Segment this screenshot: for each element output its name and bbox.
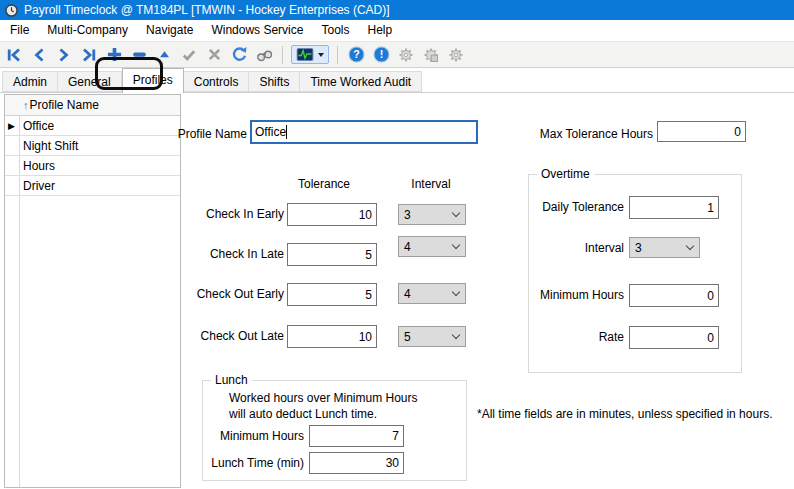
check-in-early-interval-select[interactable]: 3 (398, 204, 466, 225)
service-install-button[interactable] (396, 44, 416, 66)
check-out-early-interval-value: 4 (404, 287, 411, 301)
plus-icon (106, 46, 123, 63)
max-tolerance-hours-label: Max Tolerance Hours (540, 127, 653, 141)
binoculars-icon (256, 46, 273, 63)
lunch-time-input[interactable]: 30 (309, 452, 404, 474)
overtime-interval-label: Interval (585, 241, 624, 255)
svg-text:?: ? (353, 48, 359, 60)
overtime-group-title: Overtime (537, 167, 594, 181)
overtime-minimum-hours-input[interactable]: 0 (629, 284, 719, 307)
check-in-early-tolerance-input[interactable]: 10 (287, 203, 377, 226)
lunch-group: Lunch Worked hours over Minimum Hours wi… (202, 380, 467, 481)
nav-last-button[interactable] (79, 44, 99, 66)
check-out-late-tolerance-input[interactable]: 10 (287, 325, 377, 348)
profile-row-hours[interactable]: Hours (5, 156, 180, 176)
chevron-down-icon (452, 241, 460, 249)
tolerance-column-header: Tolerance (272, 177, 376, 191)
info-icon: ! (373, 46, 390, 63)
max-tolerance-hours-value: 0 (734, 125, 741, 139)
check-out-late-interval-select[interactable]: 5 (398, 326, 466, 347)
caret-down-icon[interactable] (318, 53, 324, 57)
check-out-early-label: Check Out Early (197, 287, 284, 301)
help-button[interactable]: ? (346, 44, 366, 66)
overtime-rate-label: Rate (599, 330, 624, 344)
lunch-minimum-hours-label: Minimum Hours (220, 429, 304, 443)
profile-list-panel: ↑ Profile Name ▶ Office Night Shift Hour… (4, 94, 181, 488)
nav-next-button[interactable] (54, 44, 74, 66)
service-monitor-button[interactable] (291, 45, 329, 64)
toolbar: ? ! (0, 41, 794, 68)
nav-first-button[interactable] (4, 44, 24, 66)
check-out-early-tolerance-input[interactable]: 5 (287, 283, 377, 306)
check-out-late-interval-value: 5 (404, 330, 411, 344)
menu-item-help[interactable]: Help (358, 20, 401, 41)
lunch-time-label: Lunch Time (min) (211, 456, 304, 470)
tab-shifts[interactable]: Shifts (249, 71, 300, 92)
check-in-late-tolerance-input[interactable]: 5 (287, 243, 377, 266)
profile-name-label: Profile Name (178, 127, 247, 141)
tab-general[interactable]: General (58, 71, 122, 92)
lunch-minimum-hours-input[interactable]: 7 (309, 425, 404, 447)
tab-admin[interactable]: Admin (2, 71, 58, 92)
daily-tolerance-value: 1 (707, 201, 714, 215)
delete-record-button[interactable] (129, 44, 149, 66)
profile-name-input[interactable]: Office (250, 120, 478, 144)
overtime-group: Overtime Daily Tolerance 1 Interval 3 Mi… (528, 174, 742, 373)
profile-row-office[interactable]: ▶ Office (5, 116, 180, 136)
check-out-late-label: Check Out Late (201, 329, 284, 343)
app-window: Payroll Timeclock @ TM184PL [TMWIN - Hoc… (0, 0, 794, 489)
post-edit-button[interactable] (179, 44, 199, 66)
profile-row-label: Hours (23, 159, 55, 173)
service-stop-button[interactable] (421, 44, 441, 66)
profile-row-night-shift[interactable]: Night Shift (5, 136, 180, 156)
menu-item-multi-company[interactable]: Multi-Company (38, 20, 137, 41)
about-button[interactable]: ! (371, 44, 391, 66)
x-icon (207, 47, 222, 62)
nav-previous-button[interactable] (29, 44, 49, 66)
overtime-interval-value: 3 (635, 241, 642, 255)
profile-list-header-label: Profile Name (30, 98, 99, 112)
collapse-button[interactable] (154, 44, 174, 66)
find-button[interactable] (254, 44, 274, 66)
max-tolerance-hours-input[interactable]: 0 (657, 121, 746, 142)
tab-profiles[interactable]: Profiles (122, 68, 184, 93)
check-in-late-interval-select[interactable]: 4 (398, 236, 466, 257)
menu-bar: File Multi-Company Navigate Windows Serv… (0, 20, 794, 41)
text-caret (286, 125, 287, 139)
first-record-icon (6, 47, 22, 63)
minus-icon (131, 46, 148, 63)
menu-item-tools[interactable]: Tools (312, 20, 358, 41)
check-out-late-tolerance-value: 10 (359, 330, 372, 344)
check-in-early-tolerance-value: 10 (359, 208, 372, 222)
add-record-button[interactable] (104, 44, 124, 66)
cancel-edit-button[interactable] (204, 44, 224, 66)
check-out-early-tolerance-value: 5 (365, 288, 372, 302)
check-in-early-label: Check In Early (206, 207, 284, 221)
check-in-late-interval-value: 4 (404, 240, 411, 254)
refresh-button[interactable] (229, 44, 249, 66)
refresh-icon (231, 46, 248, 63)
check-out-early-interval-select[interactable]: 4 (398, 283, 466, 304)
tab-time-worked-audit[interactable]: Time Worked Audit (300, 71, 422, 92)
profile-name-value: Office (255, 125, 286, 139)
gear-box-icon (423, 47, 439, 63)
daily-tolerance-input[interactable]: 1 (629, 196, 719, 219)
profile-list-header[interactable]: ↑ Profile Name (5, 95, 180, 116)
lunch-time-value: 30 (386, 456, 399, 470)
svg-text:!: ! (379, 48, 383, 60)
check-in-late-label: Check In Late (210, 247, 284, 261)
service-start-button[interactable] (446, 44, 466, 66)
gear-icon (448, 47, 464, 63)
menu-item-navigate[interactable]: Navigate (137, 20, 202, 41)
overtime-minimum-hours-label: Minimum Hours (540, 288, 624, 302)
overtime-rate-input[interactable]: 0 (629, 326, 719, 349)
menu-item-file[interactable]: File (1, 20, 38, 41)
window-title: Payroll Timeclock @ TM184PL [TMWIN - Hoc… (24, 3, 390, 17)
tab-controls[interactable]: Controls (184, 71, 250, 92)
overtime-interval-select[interactable]: 3 (629, 237, 700, 258)
profile-row-label: Night Shift (23, 139, 78, 153)
next-record-icon (56, 47, 72, 63)
menu-item-windows-service[interactable]: Windows Service (202, 20, 312, 41)
profile-row-driver[interactable]: Driver (5, 176, 180, 196)
lunch-description-line1: Worked hours over Minimum Hours (229, 391, 418, 405)
